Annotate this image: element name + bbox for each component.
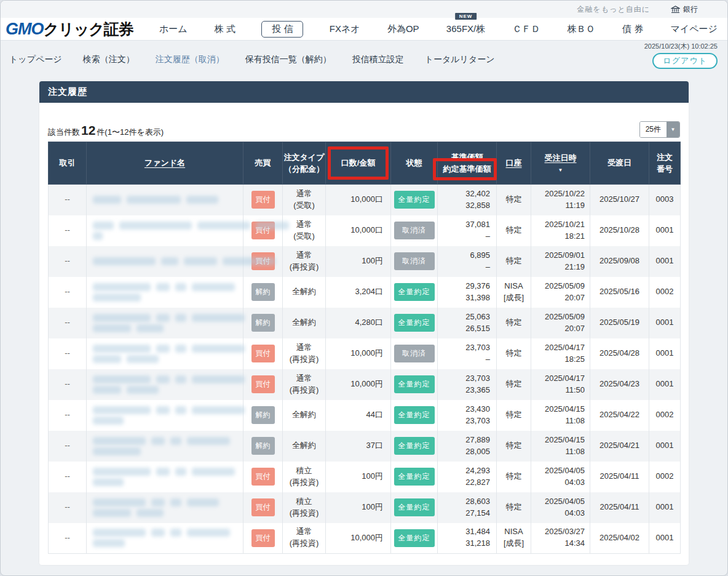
header-account[interactable]: 口座 — [497, 142, 531, 185]
side-cell: 買付 — [243, 492, 283, 523]
logo-gmo-text: GMO — [6, 20, 44, 39]
order-datetime-cell: 2025/10/21 18:21 — [531, 215, 590, 246]
order-history-table: 取引 ファンド名 売買 注文タイプ （分配金） 口数/金額 状態 — [48, 142, 681, 554]
bank-link[interactable]: 銀行 — [671, 4, 698, 15]
fund-name-redacted[interactable] — [87, 400, 243, 431]
settlement-date-cell: 2025/04/02 — [590, 523, 649, 554]
status-badge: 全量約定 — [394, 529, 435, 547]
settlement-date-cell: 2025/04/11 — [590, 462, 649, 492]
account-cell: 特定 — [497, 246, 531, 277]
fund-name-redacted[interactable] — [87, 185, 243, 215]
result-count: 該当件数12件(1〜12件を表示) — [48, 123, 164, 138]
header-side: 売買 — [243, 142, 283, 185]
main-nav: GMO クリック証券 ホーム 株 式 投 信 FXネオ 外為OP NEW 365… — [1, 18, 727, 41]
fund-name-redacted[interactable] — [87, 215, 243, 246]
status-badge: 取消済 — [394, 345, 435, 362]
subnav-item-holdings[interactable]: 保有投信一覧（解約） — [245, 54, 331, 65]
table-row: -- 解約 全解約 4,280口 全量約定 25,063 26,515 特定 2… — [49, 308, 681, 338]
status-cell: 全量約定 — [391, 400, 438, 431]
order-datetime-cell: 2025/09/01 21:19 — [531, 246, 590, 277]
status-cell: 全量約定 — [391, 492, 438, 523]
nav-item-cfd[interactable]: ＣＦＤ — [512, 21, 542, 38]
header-trade: 取引 — [49, 142, 87, 185]
fund-name-redacted[interactable] — [87, 246, 243, 277]
side-badge: 買付 — [251, 529, 275, 547]
nav-item-bond[interactable]: 債 券 — [621, 21, 644, 38]
fund-name-redacted[interactable] — [87, 462, 243, 492]
header-fund-name[interactable]: ファンド名 — [87, 142, 243, 185]
table-row: -- 買付 通常 (再投資) 10,000円 全量約定 23,703 23,36… — [49, 369, 681, 400]
price-cell: 24,293 22,827 — [438, 462, 497, 492]
account-cell: 特定 — [497, 308, 531, 338]
fund-name-redacted[interactable] — [87, 492, 243, 523]
price-cell: 6,895 – — [438, 246, 497, 277]
fund-name-redacted[interactable] — [87, 523, 243, 554]
fund-name-redacted[interactable] — [87, 277, 243, 308]
account-cell: 特定 — [497, 215, 531, 246]
order-datetime-cell: 2025/03/27 14:34 — [531, 523, 590, 554]
account-cell: 特定 — [497, 492, 531, 523]
subnav-item-tsumitate[interactable]: 投信積立設定 — [352, 54, 404, 65]
fund-name-redacted[interactable] — [87, 338, 243, 369]
order-type-cell: 通常 (再投資) — [283, 523, 326, 554]
per-page-select[interactable]: 25件 ▼ — [639, 121, 680, 138]
count-prefix: 該当件数 — [48, 127, 80, 137]
settlement-date-cell: 2025/09/08 — [590, 246, 649, 277]
order-datetime-cell: 2025/05/09 20:07 — [531, 277, 590, 308]
nav-item-stock[interactable]: 株 式 — [213, 21, 237, 38]
gmo-click-logo[interactable]: GMO クリック証券 — [6, 19, 133, 39]
settlement-date-cell: 2025/04/28 — [590, 338, 649, 369]
nav-item-mypage[interactable]: マイページ — [670, 21, 719, 38]
amount-cell: 10,000口 — [326, 215, 391, 246]
count-suffix: 件(1〜12件を表示) — [97, 127, 164, 137]
status-cell: 全量約定 — [391, 308, 438, 338]
tagline: 金融をもっと自由に — [577, 4, 650, 15]
subnav-right: 2025/10/23(木) 10:02:25 ログアウト — [644, 42, 718, 69]
nav-item-kabu-bo[interactable]: 株ＢＯ — [566, 21, 596, 38]
trade-cell: -- — [49, 523, 87, 554]
side-cell: 解約 — [243, 277, 283, 308]
header-order-datetime[interactable]: 受注日時 ▼ — [531, 142, 590, 185]
nav-item-gaitame-op[interactable]: 外為OP — [386, 21, 421, 38]
price-cell: 27,889 28,005 — [438, 431, 497, 462]
order-number-cell: 0003 — [649, 185, 681, 215]
amount-cell: 10,000口 — [326, 185, 391, 215]
logout-button[interactable]: ログアウト — [652, 53, 718, 69]
order-type-cell: 通常 (再投資) — [283, 338, 326, 369]
price-cell: 25,063 26,515 — [438, 308, 497, 338]
price-cell: 29,376 31,398 — [438, 277, 497, 308]
trade-cell: -- — [49, 462, 87, 492]
status-cell: 全量約定 — [391, 462, 438, 492]
subnav-item-search-order[interactable]: 検索（注文） — [83, 54, 135, 65]
account-cell: 特定 — [497, 462, 531, 492]
bank-label: 銀行 — [683, 4, 698, 15]
table-header: 取引 ファンド名 売買 注文タイプ （分配金） 口数/金額 状態 — [49, 142, 681, 185]
fund-name-redacted[interactable] — [87, 308, 243, 338]
subnav-item-order-history[interactable]: 注文履歴（取消） — [156, 54, 224, 65]
per-page-dropdown-button[interactable]: ▼ — [667, 122, 679, 137]
server-datetime: 2025/10/23(木) 10:02:25 — [644, 42, 718, 51]
fund-name-redacted[interactable] — [87, 431, 243, 462]
status-badge: 全量約定 — [394, 468, 435, 486]
status-cell: 取消済 — [391, 246, 438, 277]
header-units-amount: 口数/金額 — [326, 142, 391, 185]
order-table-body: -- 買付 通常 (受取) 10,000口 全量約定 32,402 32,858… — [49, 185, 681, 554]
side-cell: 買付 — [243, 185, 283, 215]
trade-cell: -- — [49, 338, 87, 369]
side-badge: 買付 — [251, 345, 275, 362]
subnav-item-top[interactable]: トップページ — [9, 54, 62, 65]
nav-item-fund[interactable]: 投 信 — [261, 21, 303, 38]
trade-cell: -- — [49, 246, 87, 277]
chevron-down-icon: ▼ — [671, 127, 676, 132]
table-row: -- 買付 積立 (再投資) 100円 全量約定 28,603 27,154 特… — [49, 492, 681, 523]
settlement-date-cell: 2025/04/23 — [590, 369, 649, 400]
order-datetime-cell: 2025/04/17 18:25 — [531, 338, 590, 369]
subnav-item-total-return[interactable]: トータルリターン — [425, 54, 495, 65]
fund-name-redacted[interactable] — [87, 369, 243, 400]
settlement-date-cell: 2025/05/19 — [590, 308, 649, 338]
amount-cell: 100円 — [326, 246, 391, 277]
nav-item-365fx[interactable]: NEW 365FX/株 — [445, 21, 486, 38]
nav-item-fxneo[interactable]: FXネオ — [328, 21, 362, 38]
nav-item-home[interactable]: ホーム — [158, 21, 189, 38]
header-settlement-date: 受渡日 — [590, 142, 649, 185]
